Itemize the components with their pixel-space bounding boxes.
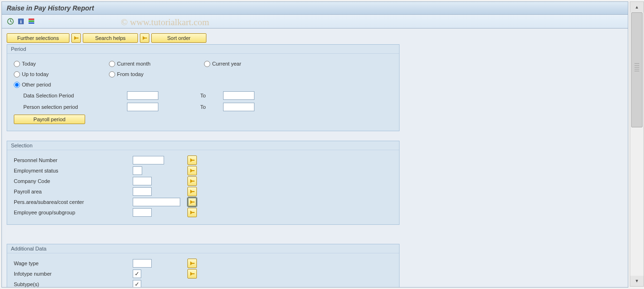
multiple-selection-icon[interactable]	[187, 208, 197, 217]
svg-rect-14	[193, 263, 195, 264]
infotype-number-label: Infotype number	[14, 271, 133, 277]
radio-current-month-label: Current month	[117, 61, 150, 67]
group-selection-legend: Selection	[7, 141, 399, 150]
radio-other-period-label: Other period	[22, 82, 51, 87]
to-label-1: To	[200, 93, 219, 98]
radio-up-to-today-label: Up to today	[22, 71, 49, 77]
employment-status-label: Employment status	[14, 168, 133, 173]
search-helps-label: Search helps	[85, 35, 136, 41]
payroll-period-label: Payroll period	[16, 116, 83, 122]
radio-today-label: Today	[22, 61, 36, 67]
further-selections-button[interactable]: Further selections	[7, 33, 69, 43]
multiple-selection-icon[interactable]	[187, 187, 197, 196]
svg-rect-15	[193, 273, 195, 274]
app-window: Raise in Pay History Report i © www.tuto…	[1, 1, 628, 288]
sort-order-label: Sort order	[154, 35, 204, 41]
scrollbar-thumb[interactable]	[631, 12, 643, 127]
radio-current-month[interactable]	[109, 61, 115, 67]
radio-current-year[interactable]	[204, 61, 210, 67]
multiple-selection-icon[interactable]	[187, 269, 197, 279]
subtypes-label: Subtype(s)	[14, 281, 133, 287]
svg-rect-3	[29, 19, 34, 20]
svg-text:i: i	[20, 19, 21, 24]
multiple-selection-icon[interactable]	[187, 166, 197, 175]
employment-status-input[interactable]	[133, 166, 142, 175]
page-body: Further selections Search helps Sort ord…	[2, 29, 628, 287]
watermark: © www.tutorialkart.com	[121, 17, 209, 28]
pers-area-input[interactable]	[133, 198, 180, 206]
svg-rect-7	[145, 38, 147, 39]
payroll-area-input[interactable]	[133, 187, 152, 196]
radio-other-period[interactable]	[14, 82, 20, 88]
person-selection-to-input[interactable]	[223, 103, 254, 111]
svg-rect-13	[193, 212, 195, 213]
radio-from-today-label: From today	[117, 71, 144, 77]
svg-rect-11	[193, 191, 195, 192]
radio-up-to-today[interactable]	[14, 71, 20, 77]
radio-today[interactable]	[14, 61, 20, 67]
info-icon[interactable]: i	[17, 18, 25, 25]
svg-rect-6	[77, 38, 78, 39]
execute-icon[interactable]	[7, 18, 14, 25]
data-selection-period-label: Data Selection Period	[23, 93, 123, 98]
person-selection-period-label: Person selection period	[23, 104, 123, 110]
group-selection: Selection Personnel Number Employment st…	[7, 141, 400, 225]
vertical-scrollbar[interactable]: ▲ ▼	[630, 1, 644, 287]
payroll-area-label: Payroll area	[14, 189, 133, 194]
group-additional-data: Additional Data Wage type Infotype numbe…	[7, 244, 400, 287]
multiple-selection-icon[interactable]	[187, 259, 197, 268]
svg-rect-4	[29, 20, 34, 22]
group-additional-legend: Additional Data	[7, 244, 399, 253]
titlebar: Raise in Pay History Report	[2, 2, 628, 15]
multiple-selection-icon[interactable]	[187, 176, 197, 186]
company-code-input[interactable]	[133, 177, 152, 185]
search-helps-button[interactable]: Search helps	[83, 33, 138, 43]
scrollbar-track[interactable]	[630, 12, 644, 276]
payroll-period-button[interactable]: Payroll period	[14, 115, 85, 124]
arrow-right-icon[interactable]	[71, 33, 81, 43]
employee-group-label: Employee group/subgroup	[14, 210, 133, 215]
radio-current-year-label: Current year	[212, 61, 241, 67]
personnel-number-label: Personnel Number	[14, 157, 133, 163]
group-period-legend: Period	[7, 45, 399, 54]
toolbar: i © www.tutorialkart.com	[2, 15, 628, 29]
pers-area-label: Pers.area/subarea/cost center	[14, 199, 133, 205]
svg-rect-10	[193, 181, 195, 182]
scroll-down-icon[interactable]: ▼	[630, 276, 644, 286]
subtypes-checkbox[interactable]: ✓	[133, 280, 141, 287]
wage-type-input[interactable]	[133, 259, 152, 268]
further-selections-label: Further selections	[9, 35, 67, 41]
sort-order-button[interactable]: Sort order	[151, 33, 206, 43]
scrollbar-grip-icon	[634, 63, 639, 73]
arrow-right-icon[interactable]	[140, 33, 149, 43]
svg-rect-8	[193, 160, 195, 161]
group-period: Period Today Current month Current year	[7, 44, 400, 131]
data-selection-from-input[interactable]	[127, 91, 158, 100]
page-title: Raise in Pay History Report	[7, 4, 94, 12]
radio-from-today[interactable]	[109, 71, 115, 77]
company-code-label: Company Code	[14, 178, 133, 184]
multiple-selection-icon[interactable]	[187, 197, 197, 207]
data-selection-to-input[interactable]	[223, 91, 254, 100]
multiple-selection-icon[interactable]	[187, 155, 197, 165]
person-selection-from-input[interactable]	[127, 103, 158, 111]
to-label-2: To	[200, 104, 219, 110]
color-legend-icon[interactable]	[28, 18, 35, 25]
personnel-number-input[interactable]	[133, 156, 164, 164]
infotype-number-checkbox[interactable]: ✓	[133, 270, 141, 278]
scroll-up-icon[interactable]: ▲	[630, 2, 644, 12]
svg-rect-5	[29, 22, 34, 24]
top-button-row: Further selections Search helps Sort ord…	[7, 33, 623, 43]
wage-type-label: Wage type	[14, 260, 133, 266]
employee-group-input[interactable]	[133, 208, 152, 217]
svg-rect-9	[193, 170, 195, 171]
svg-rect-12	[193, 202, 195, 202]
